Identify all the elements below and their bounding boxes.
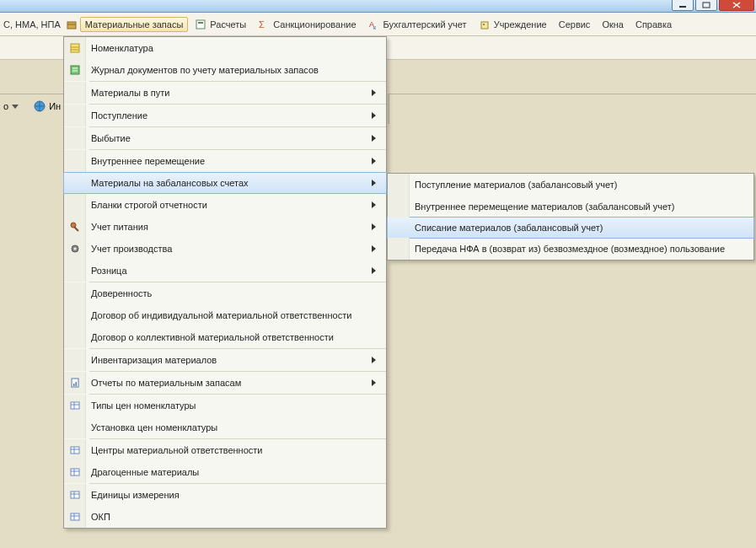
svg-rect-12 (483, 24, 485, 25)
blank-icon (64, 127, 86, 149)
submenu-arrow-icon (372, 112, 376, 119)
svg-rect-27 (75, 382, 77, 386)
close-button[interactable] (719, 0, 754, 11)
dropdown-item[interactable]: ОКП (64, 506, 386, 528)
dropdown-item[interactable]: Розница (64, 260, 386, 282)
table-icon (64, 461, 86, 483)
dropdown-item[interactable]: Выбытие (64, 127, 386, 149)
submenu-arrow-icon (372, 245, 376, 252)
dropdown-item[interactable]: Журнал документов по учету материальных … (64, 59, 386, 81)
dropdown-item-label: Номенклатура (89, 43, 381, 53)
journal-icon (64, 59, 86, 81)
submenu-item-label: Внутреннее перемещение материалов (забал… (413, 201, 747, 212)
menu-sanctioning[interactable]: Σ Санкционирование (253, 16, 361, 33)
submenu-item[interactable]: Списание материалов (забалансовый учет) (387, 217, 754, 239)
minimize-button[interactable] (672, 0, 694, 11)
blank-icon (64, 326, 86, 348)
menu-help[interactable]: Справка (630, 17, 677, 32)
dropdown-item[interactable]: Отчеты по материальным запасам (64, 372, 386, 394)
svg-text:Σ: Σ (259, 19, 265, 30)
submenu-item-label: Поступление материалов (забалансовый уче… (413, 180, 747, 190)
spoon-icon (64, 216, 86, 238)
submenu-arrow-icon (372, 357, 376, 363)
svg-rect-40 (71, 513, 79, 520)
dropdown-item-label: Журнал документов по учету материальных … (89, 65, 381, 75)
menu-accounting[interactable]: Ак Бухгалтерский учет (363, 16, 472, 33)
menubar: С, НМА, НПА Материальные запасы Расчеты … (0, 13, 756, 36)
submenu-arrow-icon (372, 135, 376, 142)
submenu-arrow-icon (372, 180, 376, 186)
blank-icon (64, 260, 86, 282)
blank-icon (64, 194, 86, 216)
submenu-item[interactable]: Поступление материалов (забалансовый уче… (388, 174, 753, 196)
svg-rect-37 (71, 492, 79, 498)
dropdown-item[interactable]: Центры материальной ответственности (64, 439, 386, 461)
menu-calculations[interactable]: Расчеты (190, 16, 251, 33)
globe-icon[interactable] (34, 100, 46, 112)
dropdown-item[interactable]: Учет питания (64, 216, 386, 238)
submenu-arrow-icon (372, 201, 376, 208)
dropdown-item[interactable]: Внутреннее перемещение (64, 150, 386, 172)
window-titlebar (0, 0, 756, 13)
menu-label: Сервис (559, 19, 591, 30)
sigma-icon: Σ (258, 19, 270, 30)
dropdown-item[interactable]: Доверенность (64, 282, 386, 304)
dropdown-item[interactable]: Договор о коллективной материальной отве… (64, 326, 386, 348)
box-icon (66, 19, 78, 30)
svg-rect-28 (71, 402, 79, 409)
dropdown-item[interactable]: Материалы на забалансовых счетах (63, 172, 387, 194)
dropdown-item[interactable]: Номенклатура (64, 37, 386, 59)
svg-rect-25 (72, 379, 78, 387)
svg-rect-0 (679, 6, 686, 8)
grid-icon (64, 37, 86, 59)
dropdown-item[interactable]: Бланки строгой отчетности (64, 194, 386, 216)
dropdown-item[interactable]: Драгоценные материалы (64, 461, 386, 483)
dropdown-item-label: Единицы измерения (89, 490, 381, 500)
blank-icon (388, 174, 410, 196)
dropdown-item[interactable]: Типы цен номенклатуры (64, 395, 386, 416)
svg-rect-6 (196, 20, 205, 29)
menu-label: Бухгалтерский учет (383, 19, 467, 30)
dropdown-item[interactable]: Установка цен номенклатуры (64, 416, 386, 438)
blank-icon (64, 150, 86, 172)
submenu-item[interactable]: Внутреннее перемещение материалов (забал… (388, 196, 753, 218)
building-icon (479, 19, 491, 30)
offbalance-submenu: Поступление материалов (забалансовый уче… (387, 173, 754, 261)
submenu-arrow-icon (372, 158, 376, 164)
nav-arrow-label: о (3, 101, 8, 111)
blank-icon (64, 416, 86, 438)
dropdown-item-label: Договор о коллективной материальной отве… (89, 332, 381, 342)
menu-label: Окна (602, 19, 624, 30)
dropdown-item-label: Розница (89, 266, 372, 276)
dropdown-item[interactable]: Поступление (64, 105, 386, 126)
dropdown-item[interactable]: Единицы измерения (64, 484, 386, 506)
materials-dropdown: НоменклатураЖурнал документов по учету м… (63, 36, 387, 529)
fav-label: Ин (49, 101, 61, 111)
menu-institution[interactable]: Учреждение (474, 16, 552, 33)
window-controls (672, 0, 754, 11)
dropdown-item[interactable]: Материалы в пути (64, 82, 386, 104)
table-icon (64, 484, 86, 506)
dropdown-item[interactable]: Договор об индивидуальной материальной о… (64, 304, 386, 326)
svg-marker-13 (12, 105, 19, 109)
svg-rect-18 (71, 66, 79, 74)
dropdown-item-label: Выбытие (89, 133, 372, 143)
menu-label: Учреждение (494, 19, 547, 30)
dropdown-item-label: Материалы на забалансовых счетах (89, 178, 372, 188)
menu-service[interactable]: Сервис (554, 17, 596, 32)
menu-materials[interactable]: Материальные запасы (80, 17, 189, 32)
svg-rect-7 (198, 22, 203, 24)
blank-icon (388, 196, 410, 218)
blank-icon (64, 173, 86, 193)
dropdown-item-label: Драгоценные материалы (89, 467, 381, 477)
dropdown-item[interactable]: Инвентаризация материалов (64, 349, 386, 371)
dropdown-item[interactable]: Учет производства (64, 238, 386, 260)
dropdown-item-label: Договор об индивидуальной материальной о… (89, 310, 381, 320)
dropdown-item-label: Материалы в пути (89, 88, 372, 98)
blank-icon (388, 218, 410, 238)
maximize-button[interactable] (695, 0, 717, 11)
blank-icon (64, 82, 86, 104)
menu-windows[interactable]: Окна (597, 17, 629, 32)
dropdown-chevron-icon[interactable] (12, 103, 19, 110)
submenu-item[interactable]: Передача НФА в (возврат из) безвозмездно… (388, 238, 753, 260)
